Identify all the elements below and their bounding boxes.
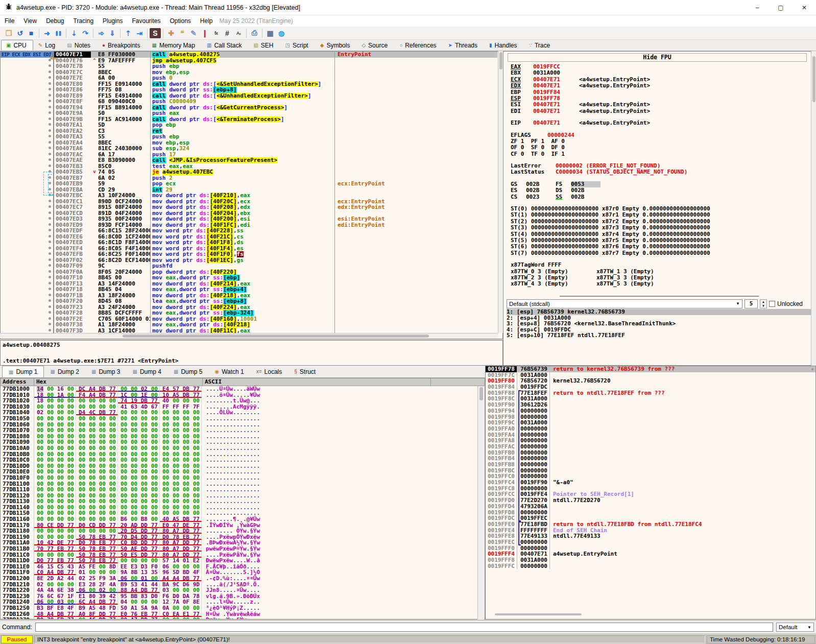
- breakpoint-dot[interactable]: [49, 176, 51, 179]
- st-register-row[interactable]: ST(4) 00000000000000000000 x87r4 Empty 0…: [511, 231, 802, 237]
- segment-row[interactable]: CS0023SS002B: [511, 194, 802, 200]
- breakpoint-dot[interactable]: [49, 111, 51, 114]
- disasm-row[interactable]: 00407ED9893D FCF14000mov dword ptr ds:[4…: [1, 222, 502, 228]
- breakpoint-dot[interactable]: [49, 64, 51, 67]
- disasm-row[interactable]: 00407EC78915 08F24000mov dword ptr ds:[4…: [1, 204, 502, 210]
- disasm-row[interactable]: 00407E76^E9 7AFEFFFFjmp a4wsetup.407CF5: [1, 58, 502, 64]
- tab-dump-5[interactable]: ▦Dump 5: [167, 366, 208, 377]
- disassembly-panel[interactable]: EIP ECX EDX ESI EDI00407E71E8 FF030000ca…: [0, 51, 503, 339]
- tab-references[interactable]: ○References: [394, 40, 443, 51]
- breakpoint-dot[interactable]: [49, 170, 51, 173]
- x87-tw-row[interactable]: x87TW_4 3 (Empty)x87TW_5 3 (Empty): [511, 281, 802, 287]
- breakpoint-dot[interactable]: [49, 135, 51, 137]
- breakpoint-dot[interactable]: [49, 329, 51, 331]
- disasm-row[interactable]: 00407EDF66:8C15 28F24000mov word ptr ds:…: [1, 228, 502, 234]
- function-icon[interactable]: fx: [210, 28, 222, 38]
- breakpoint-dot[interactable]: [49, 59, 51, 61]
- disasm-row[interactable]: 00407F23A3 24F24000mov dword ptr ds:[40F…: [1, 304, 502, 311]
- breakpoint-dot[interactable]: [49, 94, 51, 97]
- breakpoint-dot[interactable]: [49, 200, 51, 202]
- stack-row[interactable]: 0019FFF80031A000: [486, 557, 815, 563]
- breakpoint-dot[interactable]: [49, 270, 51, 273]
- disasm-row[interactable]: 00407EA48BECmov ebp,esp: [1, 140, 502, 146]
- segment-row[interactable]: ES002BDS002B: [511, 187, 802, 194]
- disasm-row[interactable]: 00407E89FF15 E4914000call dword ptr ds:[…: [1, 93, 502, 99]
- hide-fpu-button[interactable]: Hide FPU: [508, 53, 807, 62]
- tab-cpu[interactable]: ▣CPU: [1, 40, 33, 51]
- disasm-row[interactable]: 00407EA681EC 24030000sub esp,324: [1, 146, 502, 152]
- comment-icon[interactable]: ❝: [177, 28, 188, 38]
- menu-debug[interactable]: Debug: [41, 16, 68, 26]
- animate-over-icon[interactable]: ⇓: [107, 28, 118, 38]
- stack-row[interactable]: 0019FFAC00000000: [486, 444, 815, 450]
- scylla-icon[interactable]: S: [150, 28, 161, 38]
- restart-icon[interactable]: ↺: [14, 28, 26, 38]
- disasm-row[interactable]: 00407F288B85 DCFCFFFFmov eax,dword ptr s…: [1, 310, 502, 316]
- breakpoint-dot[interactable]: [49, 288, 51, 290]
- patch-icon[interactable]: ✚: [165, 28, 177, 38]
- tab-script[interactable]: ◳Script: [280, 40, 315, 51]
- st-register-row[interactable]: ST(3) 00000000000000000000 x87r3 Empty 0…: [511, 225, 802, 231]
- disasm-row[interactable]: 00407EBCA3 10F24000mov dword ptr ds:[40F…: [1, 193, 502, 199]
- disasm-row[interactable]: 00407EB385C0test eax,eax: [1, 163, 502, 170]
- tab-locals[interactable]: x=Locals: [250, 366, 289, 377]
- disasm-row[interactable]: 00407EE666:8C0D 1CF24000mov word ptr ds:…: [1, 234, 502, 240]
- breakpoint-dot[interactable]: [49, 88, 51, 90]
- minimize-button[interactable]: –: [746, 0, 769, 15]
- disasm-row[interactable]: 00407E9BFF15 AC914000call dword ptr ds:[…: [1, 116, 502, 123]
- disasm-row[interactable]: 00407EB959pop ecxecx:EntryPoint: [1, 181, 502, 187]
- open-file-icon[interactable]: ❒: [3, 28, 14, 38]
- tab-dump-4[interactable]: ▦Dump 4: [126, 366, 167, 377]
- tab-trace[interactable]: ∵Trace: [524, 40, 557, 51]
- seh-chain-icon[interactable]: ◍: [276, 28, 287, 38]
- breakpoint-dot[interactable]: [49, 252, 51, 255]
- breakpoint-dot[interactable]: [49, 294, 51, 296]
- stack-row[interactable]: 0019FFA000000000: [486, 426, 815, 432]
- disasm-row[interactable]: 00407E86FF75 08push dword ptr ss:[ebp+8]: [1, 87, 502, 93]
- disasm-row[interactable]: 00407EF466:8C05 F4F14000mov word ptr ds:…: [1, 246, 502, 252]
- stop-icon[interactable]: ■: [26, 28, 37, 38]
- register-row-ecx[interactable]: ECX00407E71<a4wsetup.EntryPoint>: [511, 77, 802, 83]
- st-register-row[interactable]: ST(0) 00000000000000000000 x87r0 Empty 0…: [511, 206, 802, 212]
- st-register-row[interactable]: ST(1) 00000000000000000000 x87r1 Empty 0…: [511, 212, 802, 218]
- stack-row[interactable]: 0019FFFC00000000: [486, 563, 815, 569]
- calling-convention-select[interactable]: Default (stdcall)▼: [507, 299, 742, 308]
- flags-row[interactable]: OF 0 SF 0 DF 0: [511, 145, 802, 151]
- menu-view[interactable]: View: [19, 16, 41, 26]
- breakpoint-dot[interactable]: [49, 323, 51, 325]
- breakpoint-dot[interactable]: [49, 247, 51, 249]
- disasm-row[interactable]: 00407E8F68 090400C0push C0000409: [1, 99, 502, 105]
- menu-file[interactable]: File: [0, 16, 19, 26]
- args-count-field[interactable]: 5: [745, 299, 758, 308]
- breakpoint-dot[interactable]: [49, 317, 51, 320]
- breakpoint-dot[interactable]: [49, 205, 51, 208]
- breakpoint-dot[interactable]: [49, 194, 51, 196]
- breakpoint-dot[interactable]: [49, 100, 51, 102]
- menu-plugins[interactable]: Plugins: [98, 16, 127, 26]
- disasm-row[interactable]: 00407ED38935 00F24000mov dword ptr ds:[4…: [1, 216, 502, 222]
- disasm-row[interactable]: 00407F1BA3 18F24000mov dword ptr ds:[40F…: [1, 293, 502, 299]
- label-icon[interactable]: ✎: [188, 28, 199, 38]
- maximize-button[interactable]: ▢: [769, 0, 793, 15]
- calculator-icon[interactable]: ▦: [265, 28, 276, 38]
- disasm-row[interactable]: 00407F0A8F05 20F24000pop dword ptr ds:[4…: [1, 269, 502, 275]
- register-row-edi[interactable]: EDI00407E71<a4wsetup.EntryPoint>: [511, 108, 802, 114]
- disasm-row[interactable]: 00407F108B45 00mov eax,dword ptr ss:[ebp…: [1, 275, 502, 281]
- args-list[interactable]: 1: [esp] 76B56739 kernel32.76B567392: [e…: [507, 309, 811, 339]
- run-icon[interactable]: ➜: [41, 28, 53, 38]
- register-row-edx[interactable]: EDX00407E71<a4wsetup.EntryPoint>: [511, 83, 802, 89]
- register-row-ebx[interactable]: EBX0031A000: [511, 70, 802, 76]
- disasm-row[interactable]: 00407F208D45 08lea eax,dword ptr ss:[ebp…: [1, 298, 502, 304]
- close-button[interactable]: ✕: [793, 0, 816, 15]
- tab-log[interactable]: ✎Log: [33, 40, 62, 51]
- disasm-row[interactable]: 00407EBACD 29int 29: [1, 187, 502, 193]
- breakpoint-dot[interactable]: [49, 158, 51, 161]
- stack-row[interactable]: 0019FFE077E18FBDreturn to ntdll.77E18FBD…: [486, 521, 815, 528]
- disasm-row[interactable]: 00407EA2C3ret: [1, 128, 502, 134]
- stack-row[interactable]: 0019FF840019FFDC: [486, 384, 815, 390]
- breakpoint-dot[interactable]: [49, 82, 51, 85]
- hex-dump-vertical-scrollbar[interactable]: [477, 386, 484, 619]
- disasm-row[interactable]: 00407E7C8BECmov ebp,esp: [1, 69, 502, 76]
- step-into-icon[interactable]: ⇣: [68, 28, 80, 38]
- disasm-row[interactable]: 00407EB5v74 05je a4wsetup.407EBC: [1, 169, 502, 175]
